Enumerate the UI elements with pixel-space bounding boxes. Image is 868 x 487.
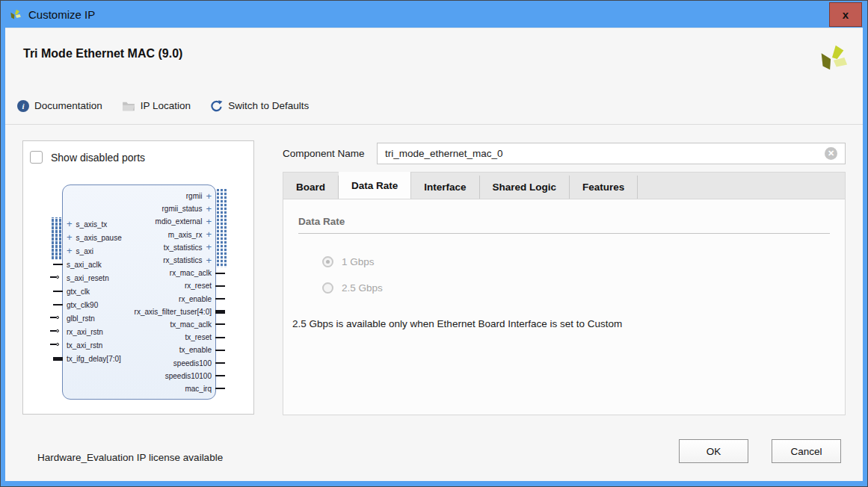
port-row: rx_axis_filter_tuser[4:0] <box>66 305 215 318</box>
close-button[interactable]: x <box>829 2 862 27</box>
port-row: tx_mac_aclk <box>66 318 215 331</box>
port-pin-icon <box>53 291 63 292</box>
expand-port-icon[interactable]: + <box>206 257 212 264</box>
port-pin-icon <box>215 298 225 300</box>
port-label: mac_irq <box>185 385 212 393</box>
port-label: tx_enable <box>179 346 212 354</box>
port-label: rx_statistics <box>163 256 202 264</box>
radio-2-5gbps-label: 2.5 Gbps <box>342 282 383 294</box>
port-label: tx_statistics <box>164 244 203 252</box>
documentation-button[interactable]: i Documentation <box>17 100 102 112</box>
port-label: rgmii_status <box>162 205 203 213</box>
tab-features[interactable]: Features <box>570 176 638 199</box>
switch-to-defaults-label: Switch to Defaults <box>228 100 309 111</box>
refresh-icon <box>210 99 223 112</box>
port-pin-icon <box>215 323 225 325</box>
port-row: m_axis_rx+ <box>66 229 215 241</box>
port-label: rx_reset <box>185 282 212 290</box>
xilinx-brand-logo <box>815 40 849 78</box>
ip-block-diagram: +s_axis_tx +s_axis_pause +s_axi s_axi_ac… <box>62 184 216 400</box>
show-disabled-ports-row[interactable]: Show disabled ports <box>30 151 145 164</box>
expand-port-icon[interactable]: + <box>206 205 212 213</box>
port-row: tx_reset <box>66 331 215 344</box>
active-low-pin-icon <box>50 316 59 319</box>
port-row: rgmii+ <box>66 190 215 202</box>
port-pin-icon <box>215 273 225 274</box>
port-pin-icon <box>215 337 225 338</box>
folder-icon <box>122 101 135 111</box>
port-pin-icon <box>215 285 225 287</box>
port-row: tx_enable <box>66 344 215 356</box>
radio-button-icon[interactable] <box>322 282 333 294</box>
port-label: speedis100 <box>173 359 212 367</box>
radio-1gbps[interactable]: 1 Gbps <box>322 253 845 270</box>
expand-port-icon[interactable]: + <box>206 244 212 251</box>
documentation-label: Documentation <box>34 100 102 111</box>
customize-ip-dialog: Customize IP x Tri Mode Ethernet MAC (9.… <box>0 0 868 487</box>
data-rate-note: 2.5 Gbps is available only when Ethernet… <box>292 318 845 329</box>
expand-port-icon[interactable]: + <box>206 218 212 226</box>
xilinx-logo-icon <box>8 7 22 21</box>
right-port-list: rgmii+ rgmii_status+ mdio_external+ m_ax… <box>66 190 215 395</box>
port-label: tx_mac_aclk <box>170 320 212 329</box>
port-label: m_axis_rx <box>168 231 203 239</box>
port-row: tx_statistics+ <box>66 241 215 254</box>
clear-input-icon[interactable]: ✕ <box>825 147 837 160</box>
data-rate-section-title: Data Rate <box>298 216 830 234</box>
data-rate-options: 1 Gbps 2.5 Gbps <box>322 253 845 296</box>
port-pin-icon <box>215 388 225 389</box>
expand-port-icon[interactable]: + <box>206 193 212 200</box>
tab-board[interactable]: Board <box>283 176 339 199</box>
tab-data-rate[interactable]: Data Rate <box>339 172 411 199</box>
dialog-body: Tri Mode Ethernet MAC (9.0) i Documentat… <box>5 28 863 481</box>
bus-indicator-right <box>217 189 227 267</box>
radio-2-5gbps[interactable]: 2.5 Gbps <box>322 279 845 296</box>
show-disabled-ports-checkbox[interactable] <box>30 151 43 164</box>
port-label: rx_enable <box>179 295 212 303</box>
active-low-pin-icon <box>50 276 59 279</box>
info-icon: i <box>17 100 29 112</box>
port-label: rx_mac_aclk <box>170 269 212 277</box>
bus-pin-icon <box>215 310 225 314</box>
show-disabled-ports-label: Show disabled ports <box>51 152 145 164</box>
port-row: speedis100 <box>66 356 215 369</box>
port-label: speedis10100 <box>165 372 212 380</box>
port-label: tx_reset <box>185 333 212 341</box>
port-row: rx_mac_aclk <box>66 267 215 279</box>
ip-location-button[interactable]: IP Location <box>122 100 191 111</box>
title-bar[interactable]: Customize IP x <box>1 1 867 28</box>
port-label: mdio_external <box>156 217 203 226</box>
port-row: rgmii_status+ <box>66 202 215 215</box>
port-label: rgmii <box>186 192 203 200</box>
radio-1gbps-label: 1 Gbps <box>342 256 375 267</box>
tab-interface[interactable]: Interface <box>411 176 479 199</box>
bus-pin-icon <box>53 357 63 361</box>
port-row: mac_irq <box>66 382 215 395</box>
tab-bar: Board Data Rate Interface Shared Logic F… <box>283 172 846 199</box>
port-row: rx_reset <box>66 279 215 292</box>
port-pin-icon <box>53 264 63 265</box>
port-pin-icon <box>215 362 225 364</box>
component-name-label: Component Name <box>283 148 365 159</box>
ip-location-label: IP Location <box>141 100 191 111</box>
switch-to-defaults-button[interactable]: Switch to Defaults <box>210 99 309 112</box>
port-row: speedis10100 <box>66 370 215 382</box>
ports-preview-panel: Show disabled ports +s_axis_tx +s_axis_p… <box>22 140 254 415</box>
expand-port-icon[interactable]: + <box>206 231 212 238</box>
port-pin-icon <box>215 350 225 351</box>
port-pin-icon <box>215 375 225 376</box>
header-divider <box>5 124 863 125</box>
toolbar: i Documentation IP Location <box>17 99 309 112</box>
active-low-pin-icon <box>50 329 59 332</box>
data-rate-tab-panel: Data Rate 1 Gbps 2.5 Gbps 2.5 Gbps is av… <box>283 199 846 415</box>
tab-shared-logic[interactable]: Shared Logic <box>480 176 570 199</box>
port-row: rx_enable <box>66 293 215 305</box>
ok-button[interactable]: OK <box>679 439 748 463</box>
license-status-text: Hardware_Evaluation IP license available <box>37 452 223 463</box>
port-label: rx_axis_filter_tuser[4:0] <box>135 308 212 316</box>
radio-button-icon[interactable] <box>322 256 333 267</box>
cancel-button[interactable]: Cancel <box>772 439 841 463</box>
port-row: rx_statistics+ <box>66 254 215 267</box>
component-name-input[interactable]: tri_mode_ethernet_mac_0 ✕ <box>377 143 846 164</box>
port-pin-icon <box>53 304 63 305</box>
